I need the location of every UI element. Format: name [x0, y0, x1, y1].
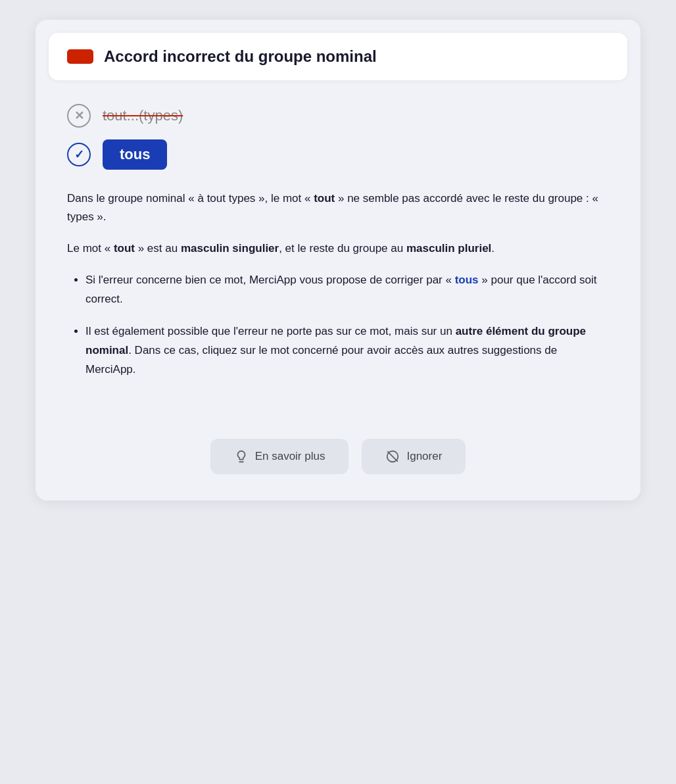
ignore-button[interactable]: Ignorer: [362, 439, 466, 474]
explanation-list: Si l'erreur concerne bien ce mot, MerciA…: [67, 271, 609, 379]
explanation-section: Dans le groupe nominal « à tout types »,…: [67, 189, 609, 380]
card-title: Accord incorrect du groupe nominal: [104, 47, 377, 66]
x-icon: ✕: [74, 110, 84, 122]
bullet-item-1: Si l'erreur concerne bien ce mot, MerciA…: [85, 271, 609, 309]
learn-more-label: En savoir plus: [255, 450, 326, 463]
error-card: Accord incorrect du groupe nominal ✕ tou…: [36, 20, 640, 501]
bullet-item-2: Il est également possible que l'erreur n…: [85, 322, 609, 380]
error-icon: [67, 49, 93, 64]
learn-more-button[interactable]: En savoir plus: [210, 439, 349, 474]
lightbulb-icon: [234, 449, 249, 464]
footer-buttons: En savoir plus Ignorer: [36, 439, 640, 474]
svg-line-1: [388, 451, 398, 461]
wrong-option-text: tout...(types): [103, 107, 183, 124]
check-icon: ✓: [74, 149, 84, 160]
correct-option-badge[interactable]: tous: [103, 139, 167, 170]
card-body: ✕ tout...(types) ✓ tous Dans le groupe n…: [36, 80, 640, 412]
correct-icon-circle: ✓: [67, 143, 91, 166]
correct-option-row: ✓ tous: [67, 139, 609, 170]
wrong-option-row: ✕ tout...(types): [67, 104, 609, 128]
card-header: Accord incorrect du groupe nominal: [49, 33, 627, 80]
wrong-icon-circle: ✕: [67, 104, 91, 128]
explanation-paragraph-1: Dans le groupe nominal « à tout types »,…: [67, 189, 609, 226]
ignore-icon: [385, 449, 400, 464]
explanation-paragraph-2: Le mot « tout » est au masculin singulie…: [67, 239, 609, 258]
ignore-label: Ignorer: [406, 450, 442, 463]
